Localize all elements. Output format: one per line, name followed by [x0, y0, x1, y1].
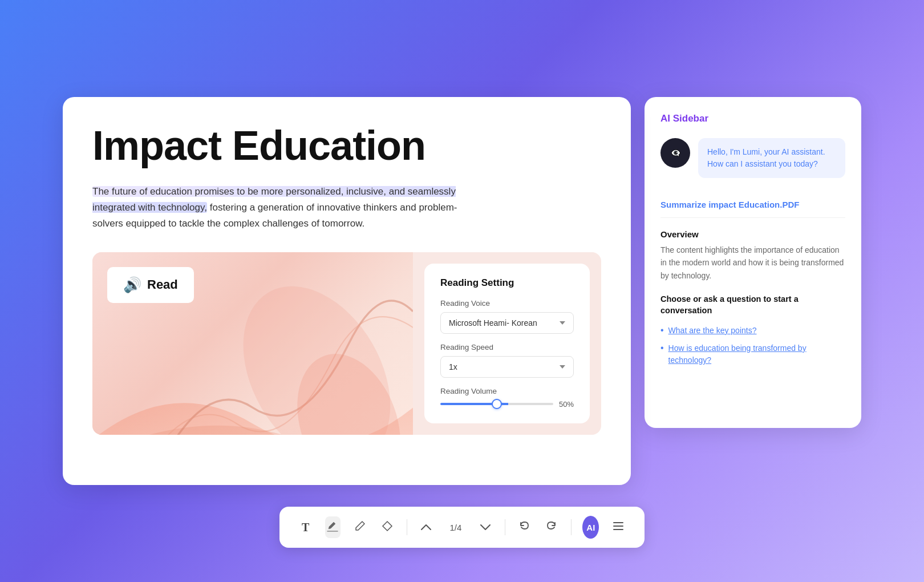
redo-button[interactable]: [544, 516, 560, 538]
document-title: Impact Education: [92, 124, 601, 168]
lumi-bubble: Hello, I'm Lumi, your AI assistant. How …: [698, 138, 845, 178]
pen-icon: [354, 520, 366, 535]
divider-3: [571, 519, 572, 535]
highlight-icon: [327, 520, 338, 535]
voice-label: Reading Voice: [440, 299, 574, 308]
menu-button[interactable]: [610, 516, 626, 538]
page-indicator: 1/4: [445, 523, 466, 532]
speed-select[interactable]: 0.5x 0.75x 1x 1.25x 1.5x 2x: [440, 356, 574, 378]
pen-tool-button[interactable]: [352, 516, 368, 538]
divider-2: [505, 519, 505, 535]
question-link-2[interactable]: How is education being transformed by te…: [668, 342, 845, 366]
reading-settings-panel: Reading Setting Reading Voice Microsoft …: [424, 264, 590, 423]
text-tool-button[interactable]: T: [298, 516, 314, 538]
settings-title: Reading Setting: [440, 277, 574, 289]
text-icon: T: [302, 521, 309, 534]
question-item-1: What are the key points?: [660, 325, 845, 337]
chevron-up-icon: [421, 522, 431, 534]
divider-1: [407, 519, 407, 535]
ai-sidebar: AI Sidebar 👁‍🗨 Hello, I'm Lumi, your AI …: [645, 97, 861, 428]
question-list: What are the key points? How is educatio…: [660, 325, 845, 366]
chevron-down-icon: [480, 522, 491, 534]
sidebar-title: AI Sidebar: [660, 113, 845, 124]
lumi-avatar: 👁‍🗨: [660, 138, 690, 168]
document-panel: Impact Education The future of education…: [63, 97, 631, 485]
read-button[interactable]: 🔊 Read: [106, 266, 195, 304]
read-button-label: Read: [147, 277, 178, 292]
undo-button[interactable]: [516, 516, 532, 538]
question-prompt: Choose or ask a question to start a conv…: [660, 293, 845, 317]
reading-section: 🔊 Read Reading Setting Reading Voice Mic…: [92, 252, 601, 435]
lumi-icon: 👁‍🗨: [671, 148, 680, 157]
speaker-icon: 🔊: [123, 276, 141, 294]
question-section: Choose or ask a question to start a conv…: [660, 293, 845, 366]
summarize-button[interactable]: Summarize impact Education.PDF: [660, 192, 845, 218]
prev-page-button[interactable]: [418, 516, 434, 538]
volume-row: 50%: [440, 400, 574, 409]
volume-label: Reading Volume: [440, 387, 574, 395]
overview-title: Overview: [660, 229, 845, 239]
question-link-1[interactable]: What are the key points?: [668, 325, 757, 337]
volume-slider[interactable]: [440, 403, 553, 405]
speed-label: Reading Speed: [440, 343, 574, 351]
question-item-2: How is education being transformed by te…: [660, 342, 845, 366]
highlight-tool-button[interactable]: [325, 516, 341, 538]
ai-label: AI: [586, 523, 595, 532]
ai-button[interactable]: AI: [582, 516, 599, 539]
menu-icon: [613, 522, 624, 534]
redo-icon: [546, 520, 557, 535]
overview-text: The content highlights the importance of…: [660, 244, 845, 282]
volume-percent: 50%: [559, 400, 574, 409]
undo-icon: [518, 520, 530, 535]
bottom-toolbar: T 1/4: [279, 507, 645, 548]
document-body: The future of education promises to be m…: [92, 184, 480, 232]
eraser-tool-button[interactable]: [379, 516, 395, 538]
voice-select[interactable]: Microsoft Heami- Korean Google US Englis…: [440, 312, 574, 334]
lumi-message-row: 👁‍🗨 Hello, I'm Lumi, your AI assistant. …: [660, 138, 845, 178]
eraser-icon: [382, 520, 393, 535]
overview-section: Overview The content highlights the impo…: [660, 229, 845, 282]
next-page-button[interactable]: [477, 516, 493, 538]
